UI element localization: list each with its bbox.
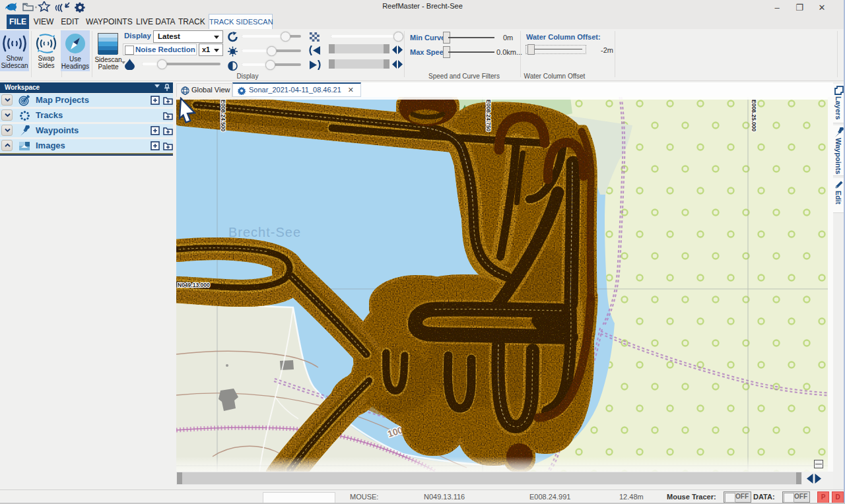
svg-text:Brecht-See: Brecht-See (228, 225, 301, 239)
svg-text:E008.25.000: E008.25.000 (751, 100, 757, 131)
svg-text:E008.24.500: E008.24.500 (220, 100, 226, 131)
svg-text:E008.24.750: E008.24.750 (485, 100, 492, 131)
svg-text:N049.13.000: N049.13.000 (178, 282, 210, 288)
